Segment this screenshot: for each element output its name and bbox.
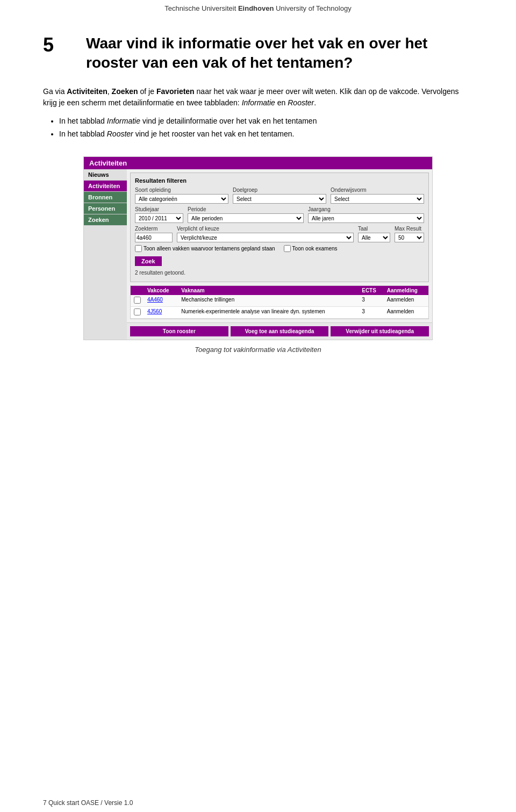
filter-label-studiejaar: Studiejaar: [135, 206, 183, 212]
checkbox-examens: Toon ook examens: [284, 245, 338, 252]
filter-label-zoekterm: Zoekterm: [135, 226, 173, 232]
toon-rooster-button[interactable]: Toon rooster: [130, 326, 228, 336]
header-text-bold: Eindhoven: [238, 4, 274, 12]
filter-group-soort: Soort opleiding Alle categorieën: [135, 187, 228, 204]
col-checkbox: [131, 286, 144, 295]
result-count: 2 resultaten getoond.: [135, 270, 424, 276]
filter-group-taal: Taal Alle: [358, 226, 390, 242]
filter-select-doelgroep[interactable]: Select: [233, 194, 326, 204]
checkbox-examens-label: Toon ook examens: [292, 246, 338, 251]
filter-group-zoekterm: Zoekterm: [135, 226, 173, 242]
sidebar-item-personen[interactable]: Personen: [84, 203, 127, 214]
intro-p1-mid2: of je: [138, 87, 156, 96]
intro-paragraph: Ga via Activiteiten, Zoeken of je Favori…: [43, 86, 473, 109]
chapter-heading: 5 Waar vind ik informatie over het vak e…: [43, 34, 473, 73]
filter-input-zoekterm[interactable]: [135, 233, 173, 242]
row2-vakcode-link[interactable]: 4J560: [147, 308, 162, 314]
col-vaknaam: Vaknaam: [178, 286, 359, 295]
ui-layout: Nieuws Activiteiten Bronnen Personen Zoe…: [84, 169, 432, 340]
row1-vakcode-link[interactable]: 4A460: [147, 297, 163, 303]
row1-checkbox[interactable]: [134, 297, 141, 304]
page-header: Technische Universiteit Eindhoven Univer…: [0, 0, 516, 12]
filter-label-taal: Taal: [358, 226, 390, 232]
filter-label-soort: Soort opleiding: [135, 187, 228, 193]
filter-row-1: Soort opleiding Alle categorieën Doelgro…: [135, 187, 424, 204]
table-row: 4J560 Numeriek-experimentele analyse van…: [131, 307, 428, 319]
filter-select-periode[interactable]: Alle perioden: [188, 213, 304, 223]
row1-checkbox-cell: [131, 295, 144, 307]
row2-checkbox[interactable]: [134, 308, 141, 315]
filter-group-onderwijsvorm: Onderwijsvorm Select: [331, 187, 424, 204]
filter-label-maxresult: Max Result: [395, 226, 424, 232]
intro-italic-informatie: Informatie: [242, 98, 275, 107]
sidebar-item-zoeken[interactable]: Zoeken: [84, 214, 127, 226]
checkbox-tentamens-input[interactable]: [135, 245, 142, 252]
bullet2-italic: Rooster: [107, 130, 133, 138]
intro-p1-end1: en: [275, 98, 288, 107]
bullet-list: In het tabblad Informatie vind je detail…: [59, 115, 473, 141]
row2-ects: 3: [359, 307, 384, 319]
checkbox-tentamens-label: Toon alleen vakken waarvoor tentamens ge…: [144, 246, 275, 251]
filter-group-doelgroep: Doelgroep Select: [233, 187, 326, 204]
filter-select-maxresult[interactable]: 50: [395, 233, 424, 242]
list-item: In het tabblad Informatie vind je detail…: [59, 115, 473, 128]
filter-group-studiejaar: Studiejaar 2010 / 2011: [135, 206, 183, 223]
bottom-buttons: Toon rooster Voeg toe aan studieagenda V…: [127, 322, 432, 340]
chapter-title: Waar vind ik informatie over het vak en …: [86, 34, 473, 73]
intro-p1-end2: .: [314, 98, 316, 107]
row1-vakcode: 4A460: [144, 295, 178, 307]
voeg-toe-button[interactable]: Voeg toe aan studieagenda: [231, 326, 329, 336]
zoek-button[interactable]: Zoek: [135, 256, 162, 266]
filter-select-onderwijsvorm[interactable]: Select: [331, 194, 424, 204]
intro-p1-prefix: Ga via: [43, 87, 67, 96]
sidebar-item-nieuws[interactable]: Nieuws: [84, 169, 127, 181]
screenshot-caption: Toegang tot vakinformatie via Activiteit…: [43, 346, 473, 354]
results-table: Vakcode Vaknaam ECTS Aanmelding: [131, 286, 428, 319]
bullet2-prefix: In het tabblad: [59, 130, 107, 138]
filter-row-3: Zoekterm Verplicht of keuze Verplicht/ke…: [135, 226, 424, 242]
bullet1-italic: Informatie: [107, 117, 140, 125]
verwijder-button[interactable]: Verwijder uit studieagenda: [331, 326, 429, 336]
page-footer: 7 Quick start OASE / Versie 1.0: [43, 799, 133, 807]
col-aanmelding: Aanmelding: [384, 286, 428, 295]
ui-screenshot: Activiteiten Nieuws Activiteiten Bronnen…: [83, 156, 433, 340]
bullet1-suffix: vind je detailinformatie over het vak en…: [140, 117, 317, 125]
ui-main: Resultaten filteren Soort opleiding Alle…: [127, 169, 432, 340]
filter-section-title: Resultaten filteren: [135, 177, 424, 184]
chapter-number: 5: [43, 34, 86, 56]
filter-select-jaargang[interactable]: Alle jaren: [308, 213, 424, 223]
filter-label-doelgroep: Doelgroep: [233, 187, 326, 193]
row2-checkbox-cell: [131, 307, 144, 319]
filter-group-maxresult: Max Result 50: [395, 226, 424, 242]
table-header-row: Vakcode Vaknaam ECTS Aanmelding: [131, 286, 428, 295]
sidebar-item-activiteiten[interactable]: Activiteiten: [84, 181, 127, 192]
list-item: In het tabblad Rooster vind je het roost…: [59, 128, 473, 141]
filter-select-verplicht[interactable]: Verplicht/keuze: [177, 233, 354, 242]
filter-select-taal[interactable]: Alle: [358, 233, 390, 242]
intro-bold-favorieten: Favorieten: [156, 87, 195, 96]
filter-group-periode: Periode Alle perioden: [188, 206, 304, 223]
row1-ects: 3: [359, 295, 384, 307]
row2-vakcode: 4J560: [144, 307, 178, 319]
bullet1-prefix: In het tabblad: [59, 117, 107, 125]
filter-select-studiejaar[interactable]: 2010 / 2011: [135, 213, 183, 223]
col-vakcode: Vakcode: [144, 286, 178, 295]
filter-label-onderwijsvorm: Onderwijsvorm: [331, 187, 424, 193]
row1-aanmelding: Aanmelden: [384, 295, 428, 307]
checkbox-examens-input[interactable]: [284, 245, 291, 252]
filter-section: Resultaten filteren Soort opleiding Alle…: [130, 173, 429, 282]
col-ects: ECTS: [359, 286, 384, 295]
table-row: 4A460 Mechanische trillingen 3 Aanmelden: [131, 295, 428, 307]
header-text-normal: Technische Universiteit: [164, 4, 238, 12]
intro-bold-activiteiten: Activiteiten: [67, 87, 107, 96]
filter-label-jaargang: Jaargang: [308, 206, 424, 212]
ui-sidebar: Nieuws Activiteiten Bronnen Personen Zoe…: [84, 169, 127, 340]
intro-p1-mid1: ,: [108, 87, 112, 96]
filter-group-jaargang: Jaargang Alle jaren: [308, 206, 424, 223]
sidebar-item-bronnen[interactable]: Bronnen: [84, 192, 127, 203]
row2-aanmelding: Aanmelden: [384, 307, 428, 319]
filter-label-verplicht: Verplicht of keuze: [177, 226, 354, 232]
filter-select-soort[interactable]: Alle categorieën: [135, 194, 228, 204]
row2-vaknaam: Numeriek-experimentele analyse van linea…: [178, 307, 359, 319]
checkbox-row: Toon alleen vakken waarvoor tentamens ge…: [135, 245, 424, 252]
